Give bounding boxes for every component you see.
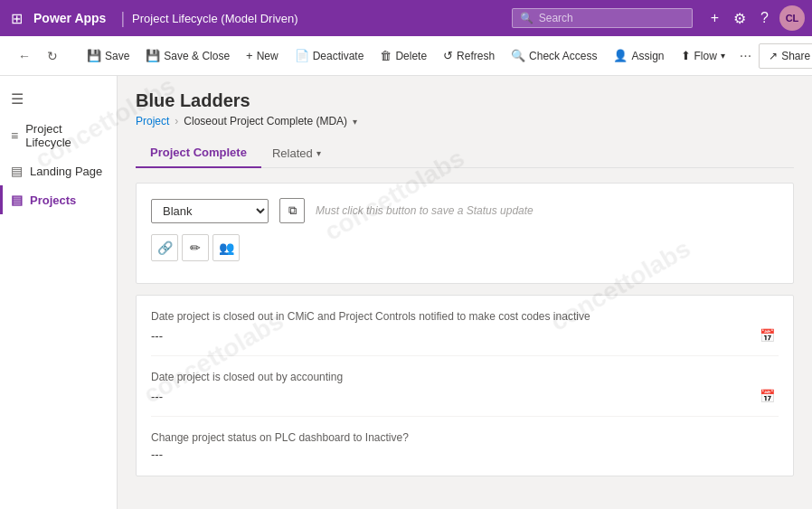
search-input[interactable] (539, 12, 685, 24)
new-icon: + (246, 49, 253, 62)
field-label-2: Date project is closed out by accounting (151, 371, 779, 383)
top-bar-actions: + ⚙ ? CL (707, 5, 805, 31)
add-icon[interactable]: + (707, 6, 722, 30)
status-save-button[interactable]: ⧉ (279, 198, 305, 223)
breadcrumb: Project › Closeout Project Complete (MDA… (136, 115, 794, 127)
users-button[interactable]: 👥 (212, 234, 240, 261)
avatar[interactable]: CL (779, 5, 805, 31)
help-icon[interactable]: ? (757, 6, 772, 30)
save-button[interactable]: 💾 Save (80, 43, 137, 68)
flow-icon: ⬆ (681, 49, 691, 62)
settings-icon[interactable]: ⚙ (730, 6, 750, 31)
app-layout: ☰ ≡ Project Lifecycle ▤ Landing Page ▤ P… (0, 76, 812, 509)
app-grid-icon[interactable]: ⊞ (7, 6, 26, 31)
field-group-2: Date project is closed out by accounting… (151, 371, 779, 417)
edit-button[interactable]: ✏ (182, 234, 209, 261)
top-bar-divider: | (120, 9, 125, 28)
status-save-icon: ⧉ (288, 203, 297, 218)
related-chevron-icon: ▾ (316, 148, 321, 158)
attach-button[interactable]: 🔗 (151, 234, 178, 261)
breadcrumb-current: Closeout Project Complete (MDA) (184, 115, 347, 127)
refresh-icon: ↺ (443, 49, 453, 62)
save-close-button[interactable]: 💾 Save & Close (138, 43, 237, 68)
check-access-icon: 🔍 (511, 49, 525, 62)
share-icon: ↗ (769, 50, 778, 62)
share-button[interactable]: ↗ Share ▾ (759, 43, 812, 69)
breadcrumb-root-link[interactable]: Project (136, 115, 169, 127)
field-group-3: Change project status on PLC dashboard t… (151, 431, 779, 461)
forward-button[interactable]: ↻ (40, 43, 65, 69)
sidebar-project-lifecycle-icon: ≡ (11, 128, 18, 143)
new-button[interactable]: + New (239, 43, 286, 68)
sidebar-projects-icon: ▤ (11, 193, 23, 207)
save-close-icon: 💾 (146, 49, 160, 62)
status-dropdown[interactable]: Blank In Progress Complete N/A (151, 199, 269, 223)
field-row-1: --- 📅 (151, 326, 779, 344)
brand-label: Power Apps (33, 11, 106, 25)
users-icon: 👥 (219, 240, 234, 255)
top-bar: ⊞ Power Apps | Project Lifecycle (Model … (0, 0, 812, 36)
sidebar-toggle[interactable]: ☰ (0, 83, 117, 115)
tabs: Project Complete Related ▾ (136, 138, 794, 168)
refresh-button[interactable]: ↺ Refresh (436, 43, 502, 68)
search-icon: 🔍 (520, 12, 533, 24)
delete-icon: 🗑 (380, 49, 392, 62)
field-row-2: --- 📅 (151, 387, 779, 405)
edit-icon: ✏ (190, 240, 201, 255)
save-icon: 💾 (87, 49, 101, 62)
status-row: Blank In Progress Complete N/A ⧉ Must cl… (151, 198, 779, 223)
field-row-3: --- (151, 448, 779, 461)
tab-project-complete[interactable]: Project Complete (136, 138, 261, 168)
share-area: ↗ Share ▾ (759, 43, 812, 69)
flow-button[interactable]: ⬆ Flow ▾ (674, 43, 732, 68)
sidebar: ☰ ≡ Project Lifecycle ▤ Landing Page ▤ P… (0, 76, 118, 509)
flow-chevron-icon: ▾ (721, 51, 725, 61)
back-button[interactable]: ← (11, 43, 38, 69)
tab-related[interactable]: Related ▾ (261, 138, 332, 167)
field-label-1: Date project is closed out in CMiC and P… (151, 310, 779, 323)
field-value-3: --- (151, 448, 163, 461)
breadcrumb-dropdown-icon[interactable]: ▾ (353, 117, 357, 127)
nav-buttons: ← ↻ (11, 43, 65, 69)
delete-button[interactable]: 🗑 Delete (373, 43, 434, 68)
sidebar-item-projects[interactable]: ▤ Projects (0, 185, 117, 214)
calendar-btn-1[interactable]: 📅 (756, 326, 779, 344)
field-group-1: Date project is closed out in CMiC and P… (151, 310, 779, 356)
status-hint: Must click this button to save a Status … (316, 204, 533, 217)
status-form-card: Blank In Progress Complete N/A ⧉ Must cl… (136, 183, 794, 284)
record-title: Blue Ladders (136, 90, 794, 111)
field-value-2: --- (151, 390, 163, 403)
deactivate-button[interactable]: 📄 Deactivate (288, 43, 372, 68)
sidebar-item-project-lifecycle[interactable]: ≡ Project Lifecycle (0, 115, 117, 156)
sidebar-item-landing-page[interactable]: ▤ Landing Page (0, 156, 117, 185)
field-label-3: Change project status on PLC dashboard t… (151, 431, 779, 444)
field-value-1: --- (151, 329, 163, 343)
check-access-button[interactable]: 🔍 Check Access (504, 43, 604, 68)
app-title: Project Lifecycle (Model Driven) (132, 12, 298, 25)
sidebar-landing-page-icon: ▤ (11, 164, 23, 178)
calendar-btn-2[interactable]: 📅 (756, 387, 779, 405)
search-box[interactable]: 🔍 (512, 8, 693, 28)
breadcrumb-separator: › (175, 115, 178, 127)
assign-icon: 👤 (613, 49, 628, 62)
assign-button[interactable]: 👤 Assign (606, 43, 671, 68)
attach-icon: 🔗 (157, 240, 173, 255)
deactivate-icon: 📄 (295, 49, 309, 62)
main-content: Blue Ladders Project › Closeout Project … (118, 76, 812, 509)
more-button[interactable]: ··· (734, 42, 757, 70)
command-bar: ← ↻ 💾 Save 💾 Save & Close + New 📄 Deacti… (0, 36, 812, 76)
action-icons: 🔗 ✏ 👥 (151, 234, 779, 261)
fields-section: Date project is closed out in CMiC and P… (136, 295, 794, 476)
